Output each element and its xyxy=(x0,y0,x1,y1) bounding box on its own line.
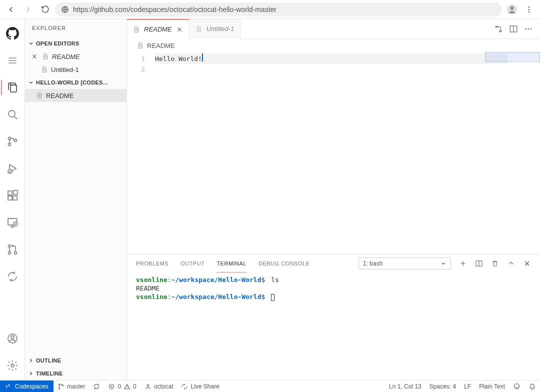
split-editor-icon[interactable] xyxy=(509,24,518,34)
svg-point-9 xyxy=(8,144,10,146)
git-branch-icon xyxy=(58,383,64,390)
more-icon[interactable] xyxy=(524,24,533,34)
svg-point-10 xyxy=(14,140,16,142)
browser-menu-button[interactable] xyxy=(522,2,536,16)
split-terminal-icon[interactable] xyxy=(475,260,483,268)
status-problems[interactable]: 0 0 xyxy=(104,380,140,392)
svg-point-18 xyxy=(8,245,10,248)
extensions-icon[interactable] xyxy=(1,186,24,205)
chevron-down-icon xyxy=(28,40,34,46)
status-bar: Codespaces master 0 0 octocat Live Share… xyxy=(0,380,540,392)
svg-point-20 xyxy=(14,252,16,254)
workspace-header[interactable]: HELLO-WORLD [CODES... xyxy=(25,76,126,89)
status-language[interactable]: Plain Text xyxy=(475,380,509,392)
status-codespaces[interactable]: Codespaces xyxy=(0,380,54,392)
compare-changes-icon[interactable] xyxy=(494,24,503,34)
error-icon xyxy=(108,383,115,390)
panel-tab-terminal[interactable]: TERMINAL xyxy=(216,254,246,272)
status-live-share[interactable]: Live Share xyxy=(177,380,223,392)
panel-tab-debug[interactable]: DEBUG CONSOLE xyxy=(258,254,310,272)
file-icon xyxy=(36,92,43,99)
minimap[interactable] xyxy=(485,52,540,254)
explorer-icon[interactable] xyxy=(1,78,24,97)
panel-tabs: PROBLEMS OUTPUT TERMINAL DEBUG CONSOLE 1… xyxy=(127,254,540,272)
panel-tab-output[interactable]: OUTPUT xyxy=(180,254,204,272)
editor-tabs: README Untitled-1 xyxy=(127,19,540,39)
open-editor-readme[interactable]: README xyxy=(25,50,126,63)
status-user[interactable]: octocat xyxy=(140,380,178,392)
kill-terminal-icon[interactable] xyxy=(491,260,499,268)
svg-point-28 xyxy=(528,28,530,30)
status-bell-icon[interactable] xyxy=(524,380,540,392)
live-share-icon[interactable] xyxy=(1,267,24,286)
status-sync[interactable] xyxy=(89,380,104,392)
svg-point-3 xyxy=(528,6,530,8)
status-feedback-icon[interactable] xyxy=(509,380,524,392)
tab-readme[interactable]: README xyxy=(127,19,190,39)
close-panel-icon[interactable] xyxy=(523,260,531,268)
person-icon xyxy=(144,383,152,390)
terminal-select[interactable]: 1: bash xyxy=(358,258,451,270)
terminal-cursor xyxy=(271,294,274,301)
pull-requests-icon[interactable] xyxy=(1,240,24,259)
svg-point-2 xyxy=(510,6,514,10)
svg-rect-12 xyxy=(8,191,12,195)
panel-tab-problems[interactable]: PROBLEMS xyxy=(136,254,168,272)
account-icon[interactable] xyxy=(1,329,24,348)
svg-point-8 xyxy=(8,138,10,140)
maximize-panel-icon[interactable] xyxy=(507,260,515,268)
browser-back-button[interactable] xyxy=(4,2,18,16)
browser-reload-button[interactable] xyxy=(38,2,52,16)
remote-icon xyxy=(5,383,12,390)
browser-forward-button[interactable] xyxy=(21,2,35,16)
file-icon xyxy=(42,53,49,60)
file-icon xyxy=(41,66,48,73)
chevron-right-icon xyxy=(28,370,34,376)
activity-bar xyxy=(0,19,25,380)
close-icon[interactable] xyxy=(176,26,183,33)
browser-url-bar[interactable]: https://github.com/codespaces/octocat/oc… xyxy=(55,2,502,16)
svg-point-27 xyxy=(525,28,526,30)
search-icon[interactable] xyxy=(1,105,24,124)
line-gutter: 12 xyxy=(127,52,155,254)
svg-rect-6 xyxy=(10,85,16,92)
status-indentation[interactable]: Spaces: 4 xyxy=(426,380,460,392)
editor-area: README Untitled-1 README 12 Hello World! xyxy=(127,19,540,380)
open-editor-untitled[interactable]: Untitled-1 xyxy=(25,63,126,76)
file-readme[interactable]: README xyxy=(25,89,126,102)
browser-profile-button[interactable] xyxy=(505,2,519,16)
open-editors-header[interactable]: OPEN EDITORS xyxy=(25,37,126,50)
menu-icon[interactable] xyxy=(1,51,24,70)
code-content[interactable]: Hello World! xyxy=(155,52,540,254)
settings-gear-icon[interactable] xyxy=(1,356,24,375)
debug-icon[interactable] xyxy=(1,159,24,178)
chevron-down-icon xyxy=(440,260,446,266)
status-branch[interactable]: master xyxy=(54,380,90,392)
status-eol[interactable]: LF xyxy=(460,380,475,392)
minimap-slider[interactable] xyxy=(485,52,540,62)
close-icon[interactable] xyxy=(31,53,39,60)
text-cursor xyxy=(202,54,203,62)
source-control-icon[interactable] xyxy=(1,132,24,151)
explorer-title: EXPLORER xyxy=(25,19,126,37)
code-editor[interactable]: 12 Hello World! xyxy=(127,52,540,254)
svg-point-19 xyxy=(8,252,10,254)
sync-icon xyxy=(93,383,100,390)
timeline-header[interactable]: TIMELINE xyxy=(25,367,126,380)
outline-header[interactable]: OUTLINE xyxy=(25,354,126,367)
remote-explorer-icon[interactable] xyxy=(1,213,24,232)
file-icon xyxy=(196,26,202,32)
svg-point-7 xyxy=(8,110,15,117)
svg-point-5 xyxy=(528,11,530,12)
breadcrumb[interactable]: README xyxy=(127,39,540,52)
terminal-content[interactable]: vsonline:~/workspace/Hello-World$ ls REA… xyxy=(127,272,540,380)
new-terminal-icon[interactable] xyxy=(459,260,467,268)
svg-point-29 xyxy=(530,28,532,30)
tab-untitled[interactable]: Untitled-1 xyxy=(190,19,241,39)
github-logo-icon[interactable] xyxy=(1,24,24,43)
svg-point-32 xyxy=(58,388,60,388)
warning-icon xyxy=(124,383,130,390)
svg-point-36 xyxy=(514,384,520,389)
status-cursor-pos[interactable]: Ln 1, Col 13 xyxy=(385,380,426,392)
file-icon xyxy=(137,42,144,49)
